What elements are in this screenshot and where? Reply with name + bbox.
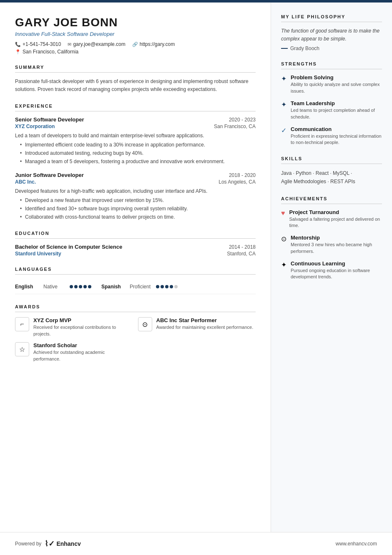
job-1-company: XYZ Corporation <box>15 124 55 129</box>
award-3-content: Stanford Scholar Achieved for outstandin… <box>33 342 133 362</box>
achievement-1-icon <box>281 209 285 217</box>
content-wrapper: GARY JOE BONN Innovative Full-Stack Soft… <box>0 3 392 532</box>
strength-2: Team Leadership Led teams to project com… <box>281 100 382 120</box>
email-item: ✉ gary.joe@example.com <box>68 41 125 47</box>
awards-title: AWARDS <box>15 304 256 312</box>
award-3-name: Stanford Scholar <box>33 342 133 348</box>
contact-row-2: 📍 San Francisco, California <box>15 49 256 55</box>
achievement-1-content: Project Turnaround Salvaged a faltering … <box>289 209 382 229</box>
achievements-section: ACHIEVEMENTS Project Turnaround Salvaged… <box>281 196 382 280</box>
powered-by-label: Powered by <box>15 541 41 547</box>
philosophy-title: MY LIFE PHILOSOPHY <box>281 14 382 22</box>
award-1: ⌐ XYZ Corp MVP Received for exceptional … <box>15 317 133 337</box>
edu-header: Bachelor of Science in Computer Science … <box>15 244 256 250</box>
edu-school: Stanford University <box>15 251 61 257</box>
job-1-company-row: XYZ Corporation San Francisco, CA <box>15 124 256 129</box>
lang-spanish-level: Proficient <box>130 284 153 290</box>
philosophy-dash-icon <box>281 48 288 49</box>
dot <box>156 285 159 288</box>
footer: Powered by ⌇✓ Enhancv www.enhancv.com <box>0 532 392 555</box>
summary-section: SUMMARY Passionate full-stack developer … <box>15 65 256 93</box>
dot <box>70 285 73 288</box>
strength-1-content: Problem Solving Ability to quickly analy… <box>291 74 382 94</box>
achievement-2-name: Mentorship <box>291 235 382 241</box>
website-item: 🔗 https://gary.com <box>132 41 175 47</box>
job-2-bullet-2: Identified and fixed 30+ software bugs i… <box>20 205 256 212</box>
job-1-bullet-1: Implemented efficient code leading to a … <box>20 141 256 149</box>
achievement-3-icon <box>281 261 286 269</box>
achievement-2-icon <box>281 235 286 243</box>
language-english: English Native Spanish Proficient <box>15 280 256 294</box>
strength-3: Communication Proficient in expressing t… <box>281 126 382 146</box>
location-icon: 📍 <box>15 49 21 55</box>
strength-1-name: Problem Solving <box>291 74 382 81</box>
email-icon: ✉ <box>68 42 71 47</box>
job-2-role: Junior Software Developer <box>15 172 84 178</box>
summary-text: Passionate full-stack developer with 6 y… <box>15 78 256 93</box>
job-1: Senior Software Developer 2020 - 2023 XY… <box>15 116 256 165</box>
philosophy-section: MY LIFE PHILOSOPHY The function of good … <box>281 14 382 51</box>
job-2-location: Los Angeles, CA <box>219 179 256 185</box>
website-value: https://gary.com <box>140 41 175 47</box>
achievement-3-name: Continuous Learning <box>291 260 382 267</box>
award-3-icon: ☆ <box>15 342 29 356</box>
lang-spanish-dots <box>156 285 178 288</box>
left-column: GARY JOE BONN Innovative Full-Stack Soft… <box>0 3 271 532</box>
job-1-bullet-2: Introduced automated testing, reducing b… <box>20 149 256 157</box>
achievement-2: Mentorship Mentored 3 new hires who beca… <box>281 235 382 255</box>
awards-section: AWARDS ⌐ XYZ Corp MVP Received for excep… <box>15 304 256 362</box>
location-item: 📍 San Francisco, California <box>15 49 78 55</box>
achievement-1-desc: Salvaged a faltering project and deliver… <box>289 216 382 229</box>
dot <box>74 285 78 288</box>
philosophy-author-name: Grady Booch <box>290 45 319 51</box>
enhancv-logo: ⌇✓ Enhancv <box>45 539 80 548</box>
phone-item: 📞 +1-541-754-3010 <box>15 41 61 47</box>
award-3: ☆ Stanford Scholar Achieved for outstand… <box>15 342 133 362</box>
job-1-bullets: Implemented efficient code leading to a … <box>15 141 256 165</box>
candidate-title: Innovative Full-Stack Software Developer <box>15 31 256 37</box>
job-2-dates: 2018 - 2020 <box>229 172 256 178</box>
dot <box>170 285 173 288</box>
footer-left: Powered by ⌇✓ Enhancv <box>15 539 81 548</box>
award-2-desc: Awarded for maintaining excellent perfor… <box>156 324 254 330</box>
education-title: EDUCATION <box>15 231 256 239</box>
achievement-3-content: Continuous Learning Pursued ongoing educ… <box>291 260 382 280</box>
strengths-section: STRENGTHS Problem Solving Ability to qui… <box>281 61 382 146</box>
experience-section: EXPERIENCE Senior Software Developer 202… <box>15 103 256 221</box>
edu-school-row: Stanford University Stanford, CA <box>15 251 256 257</box>
candidate-name: GARY JOE BONN <box>15 16 256 29</box>
lang-english-name: English <box>15 284 40 290</box>
skills-title: SKILLS <box>281 156 382 164</box>
achievement-2-content: Mentorship Mentored 3 new hires who beca… <box>291 235 382 255</box>
job-2: Junior Software Developer 2018 - 2020 AB… <box>15 172 256 221</box>
enhancv-brand: Enhancv <box>56 540 80 547</box>
strength-3-desc: Proficient in expressing technical infor… <box>291 133 382 146</box>
dot <box>88 285 91 288</box>
strength-2-content: Team Leadership Led teams to project com… <box>291 100 382 120</box>
strength-1: Problem Solving Ability to quickly analy… <box>281 74 382 94</box>
header: GARY JOE BONN Innovative Full-Stack Soft… <box>15 16 256 55</box>
award-1-desc: Received for exceptional contributions t… <box>33 324 133 337</box>
job-2-bullet-3: Collaborated with cross-functional teams… <box>20 213 256 221</box>
job-1-dates: 2020 - 2023 <box>229 117 256 123</box>
philosophy-text: The function of good software is to make… <box>281 27 382 43</box>
contact-row-1: 📞 +1-541-754-3010 ✉ gary.joe@example.com… <box>15 41 256 47</box>
experience-title: EXPERIENCE <box>15 103 256 111</box>
dot <box>161 285 164 288</box>
achievement-1-name: Project Turnaround <box>289 209 382 215</box>
awards-grid: ⌐ XYZ Corp MVP Received for exceptional … <box>15 317 256 362</box>
job-1-header: Senior Software Developer 2020 - 2023 <box>15 116 256 123</box>
job-2-company: ABC Inc. <box>15 179 36 185</box>
strength-2-icon <box>281 101 286 108</box>
philosophy-author: Grady Booch <box>281 45 382 51</box>
job-2-company-row: ABC Inc. Los Angeles, CA <box>15 179 256 185</box>
dot <box>83 285 87 288</box>
job-1-role: Senior Software Developer <box>15 116 84 123</box>
achievement-3: Continuous Learning Pursued ongoing educ… <box>281 260 382 280</box>
award-2-name: ABC Inc Star Performer <box>156 317 254 323</box>
phone-icon: 📞 <box>15 42 21 47</box>
strength-3-name: Communication <box>291 126 382 132</box>
right-column: MY LIFE PHILOSOPHY The function of good … <box>271 3 392 532</box>
footer-url: www.enhancv.com <box>336 541 377 547</box>
award-1-content: XYZ Corp MVP Received for exceptional co… <box>33 317 133 337</box>
